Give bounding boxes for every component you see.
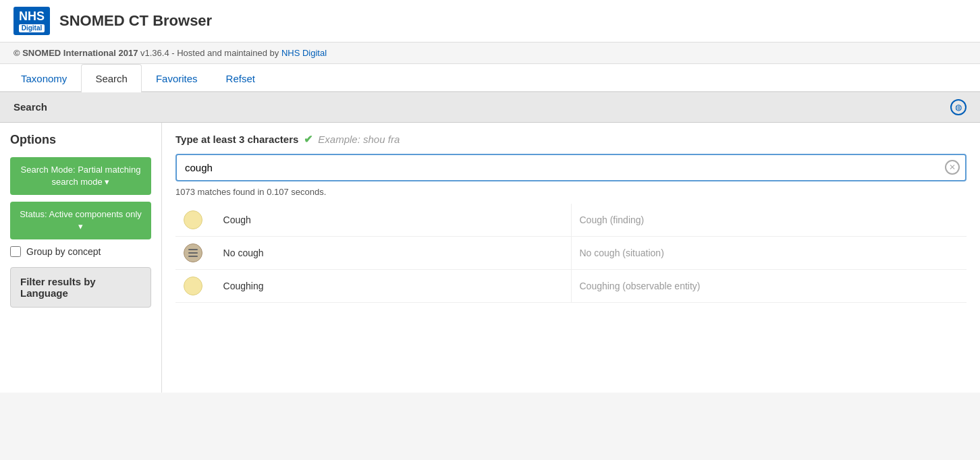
result-type-cell: Cough (finding) [571, 204, 967, 237]
tab-search[interactable]: Search [81, 64, 142, 92]
table-row[interactable]: No cough No cough (situation) [175, 236, 967, 269]
tab-refset[interactable]: Refset [212, 64, 269, 92]
nhs-logo: NHS Digital [13, 7, 50, 35]
result-icon-cell [175, 236, 215, 269]
checkmark-icon: ✔ [304, 133, 312, 146]
result-type: No cough (situation) [580, 248, 664, 258]
sidebar: Options Search Mode: Partial matching se… [0, 123, 162, 393]
result-type: Coughing (observable entity) [580, 281, 701, 291]
search-input[interactable] [175, 154, 967, 181]
options-title: Options [10, 133, 151, 147]
header: NHS Digital SNOMED CT Browser [0, 0, 980, 42]
tabs-container: Taxonomy Search Favorites Refset [0, 64, 980, 92]
result-name-cell: No cough [215, 236, 571, 269]
filter-language-button[interactable]: Filter results by Language [10, 267, 151, 308]
app-title: SNOMED CT Browser [59, 12, 212, 30]
table-row[interactable]: Coughing Coughing (observable entity) [175, 269, 967, 302]
concept-icon-yellow [184, 277, 202, 295]
result-type-cell: No cough (situation) [571, 236, 967, 269]
result-name: No cough [223, 248, 264, 258]
result-name-cell: Cough [215, 204, 571, 237]
result-name: Cough [223, 214, 251, 225]
tab-taxonomy[interactable]: Taxonomy [7, 64, 81, 92]
result-icon-cell [175, 269, 215, 302]
search-input-container: ✕ [175, 154, 967, 181]
clock-icon[interactable]: ◍ [950, 99, 967, 115]
type-instruction: Type at least 3 characters ✔ Example: sh… [175, 133, 967, 146]
instruction-text: Type at least 3 characters [175, 134, 298, 145]
result-type-cell: Coughing (observable entity) [571, 269, 967, 302]
results-area: Type at least 3 characters ✔ Example: sh… [162, 123, 980, 393]
search-panel-header: Search ◍ [0, 92, 980, 123]
concept-icon-lines [184, 243, 202, 262]
nhs-digital-link[interactable]: NHS Digital [281, 48, 327, 58]
group-by-concept-container: Group by concept [10, 246, 151, 257]
subtitle-bar: © SNOMED International 2017 v1.36.4 - Ho… [0, 42, 980, 64]
group-by-concept-checkbox[interactable] [10, 246, 21, 257]
version-text: v1.36.4 - Hosted and maintained by [140, 48, 279, 58]
result-type: Cough (finding) [580, 214, 645, 225]
example-value: shou fra [363, 134, 400, 145]
copyright-text: © SNOMED International 2017 [13, 48, 138, 58]
example-label: Example: shou fra [318, 134, 400, 145]
main-content: Options Search Mode: Partial matching se… [0, 123, 980, 393]
table-row[interactable]: Cough Cough (finding) [175, 204, 967, 237]
search-mode-button[interactable]: Search Mode: Partial matching search mod… [10, 157, 151, 195]
results-count: 1073 matches found in 0.107 seconds. [175, 187, 967, 197]
search-panel-title: Search [13, 101, 47, 113]
result-name-cell: Coughing [215, 269, 571, 302]
tab-favorites[interactable]: Favorites [142, 64, 212, 92]
result-name: Coughing [223, 281, 264, 291]
result-icon-cell [175, 204, 215, 237]
status-button[interactable]: Status: Active components only ▾ [10, 202, 151, 239]
results-table: Cough Cough (finding) [175, 204, 967, 303]
clear-search-icon[interactable]: ✕ [945, 160, 960, 175]
concept-icon-yellow [184, 210, 202, 229]
group-by-concept-label: Group by concept [26, 246, 101, 257]
